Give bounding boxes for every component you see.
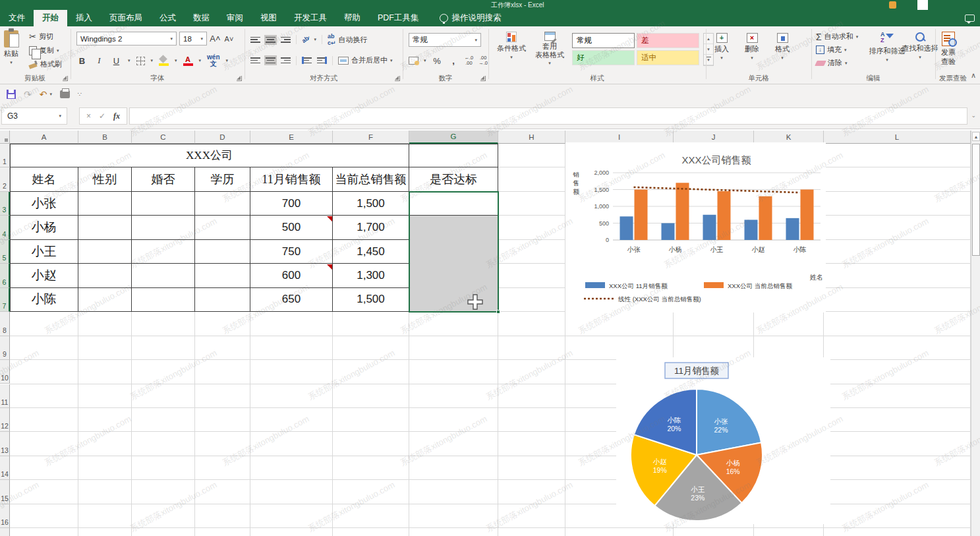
- align-middle-icon[interactable]: [266, 36, 275, 44]
- cell[interactable]: [195, 264, 250, 287]
- cell[interactable]: 是否达标: [409, 167, 498, 191]
- copy-button[interactable]: 复制▾: [29, 45, 62, 55]
- number-dialog-launcher-icon[interactable]: [480, 76, 486, 81]
- cell[interactable]: [132, 264, 195, 287]
- cancel-icon[interactable]: ×: [86, 111, 91, 121]
- row-header-13[interactable]: 13: [0, 432, 10, 456]
- window-control-icon[interactable]: [917, 0, 928, 10]
- scrollbar-thumb[interactable]: [972, 144, 980, 256]
- decrease-decimal-icon[interactable]: .00→.0: [478, 55, 488, 66]
- comments-icon[interactable]: [965, 15, 975, 22]
- grow-font-button[interactable]: A˄: [210, 34, 221, 44]
- align-bottom-icon[interactable]: [281, 36, 291, 44]
- font-dialog-launcher-icon[interactable]: [237, 76, 242, 81]
- cell[interactable]: [78, 240, 132, 264]
- align-top-icon[interactable]: [250, 36, 260, 44]
- row-header-6[interactable]: 6: [0, 264, 10, 287]
- save-icon[interactable]: [7, 90, 16, 99]
- cell[interactable]: 1,450: [333, 240, 409, 264]
- column-header-I[interactable]: I: [565, 131, 674, 144]
- cell[interactable]: [78, 264, 132, 287]
- pie-chart-object[interactable]: 小张22%小杨16%小王23%小赵19%小陈20%11月销售额: [616, 357, 830, 524]
- cell[interactable]: 小陈: [10, 288, 78, 312]
- cell[interactable]: 500: [250, 216, 333, 239]
- tab-开始[interactable]: 开始: [34, 10, 67, 26]
- row-header-14[interactable]: 14: [0, 456, 10, 480]
- delete-cells-button[interactable]: × 删除▾: [745, 33, 759, 61]
- conditional-formatting-button[interactable]: 条件格式 ▾: [494, 32, 529, 60]
- insert-cells-button[interactable]: + 插入▾: [714, 33, 729, 61]
- font-size-combo[interactable]: 18▾: [179, 32, 207, 45]
- tab-审阅[interactable]: 审阅: [218, 10, 252, 26]
- row-header-8[interactable]: 8: [0, 312, 10, 336]
- cell[interactable]: 1,500: [333, 288, 409, 312]
- fill-handle[interactable]: [496, 310, 500, 314]
- cell-style-好[interactable]: 好: [572, 50, 635, 65]
- column-header-E[interactable]: E: [250, 131, 333, 144]
- tab-file[interactable]: 文件: [0, 10, 34, 26]
- row-header-12[interactable]: 12: [0, 408, 10, 432]
- cell[interactable]: 650: [250, 288, 333, 312]
- sort-filter-button[interactable]: AZ 排序和筛选▾: [869, 32, 906, 63]
- column-header-J[interactable]: J: [674, 131, 754, 144]
- cell[interactable]: 姓名: [10, 167, 78, 191]
- format-painter-button[interactable]: 格式刷: [29, 59, 62, 69]
- tab-公式[interactable]: 公式: [151, 10, 185, 26]
- alignment-dialog-launcher-icon[interactable]: [395, 76, 400, 81]
- cell[interactable]: 11月销售额: [250, 167, 333, 191]
- align-center-icon[interactable]: [266, 57, 275, 64]
- row-header-5[interactable]: 5: [0, 240, 10, 264]
- cell[interactable]: [195, 216, 250, 239]
- fill-button[interactable]: ↓填充▾: [816, 45, 858, 55]
- increase-indent-icon[interactable]: [317, 57, 327, 64]
- tab-开发工具[interactable]: 开发工具: [285, 10, 335, 26]
- comma-style-button[interactable]: ,: [448, 56, 459, 66]
- bar-chart-object[interactable]: XXX公司销售额销售额05001,0001,5002,000小张小杨小王小赵小陈…: [565, 142, 826, 313]
- row-header-4[interactable]: 4: [0, 216, 10, 239]
- percent-style-button[interactable]: %: [432, 56, 443, 66]
- cell[interactable]: [132, 192, 195, 216]
- column-header-F[interactable]: F: [333, 131, 409, 144]
- wrap-text-button[interactable]: abc↵自动换行: [328, 33, 368, 46]
- redo-icon[interactable]: ↷: [24, 90, 32, 99]
- row-header-7[interactable]: 7: [0, 288, 10, 312]
- row-header-16[interactable]: 16: [0, 504, 10, 528]
- row-header-1[interactable]: 1: [0, 144, 10, 167]
- column-header-G[interactable]: G: [409, 131, 498, 144]
- print-preview-icon[interactable]: [60, 90, 70, 98]
- customize-qat-icon[interactable]: ⸪: [78, 91, 82, 98]
- align-left-icon[interactable]: [250, 57, 260, 64]
- tell-me-search[interactable]: 操作说明搜索: [440, 10, 502, 26]
- column-header-A[interactable]: A: [10, 131, 78, 144]
- column-header-K[interactable]: K: [754, 131, 824, 144]
- cell[interactable]: 当前总销售额: [333, 167, 409, 191]
- cell[interactable]: [409, 144, 498, 167]
- cell-style-差[interactable]: 差: [637, 33, 699, 48]
- cell[interactable]: [132, 288, 195, 312]
- clipboard-dialog-launcher-icon[interactable]: [63, 76, 68, 81]
- underline-button[interactable]: U: [111, 56, 122, 66]
- format-cells-button[interactable]: 格式▾: [775, 33, 790, 61]
- column-header-B[interactable]: B: [78, 131, 132, 144]
- cell[interactable]: 1,500: [333, 192, 409, 216]
- undo-button[interactable]: ↶▾: [40, 90, 52, 99]
- column-header-D[interactable]: D: [195, 131, 250, 144]
- phonetic-guide-icon[interactable]: wén文: [207, 54, 219, 67]
- column-header-C[interactable]: C: [132, 131, 195, 144]
- cell[interactable]: [78, 288, 132, 312]
- column-header-H[interactable]: H: [498, 131, 565, 144]
- row-header-10[interactable]: 10: [0, 360, 10, 384]
- tab-PDF工具集[interactable]: PDF工具集: [369, 10, 428, 26]
- cell[interactable]: [195, 192, 250, 216]
- autosum-button[interactable]: Σ自动求和▾: [816, 32, 858, 42]
- cell[interactable]: 小杨: [10, 216, 78, 239]
- cell[interactable]: 小赵: [10, 264, 78, 287]
- tab-帮助[interactable]: 帮助: [335, 10, 369, 26]
- row-header-17[interactable]: 17: [0, 528, 10, 536]
- tab-插入[interactable]: 插入: [67, 10, 101, 26]
- cell[interactable]: 学历: [195, 167, 250, 191]
- increase-decimal-icon[interactable]: ←.0.00: [465, 55, 474, 66]
- cell-title[interactable]: XXX公司: [10, 144, 409, 167]
- cell[interactable]: 600: [250, 264, 333, 287]
- font-name-combo[interactable]: Wingdings 2▾: [76, 32, 177, 45]
